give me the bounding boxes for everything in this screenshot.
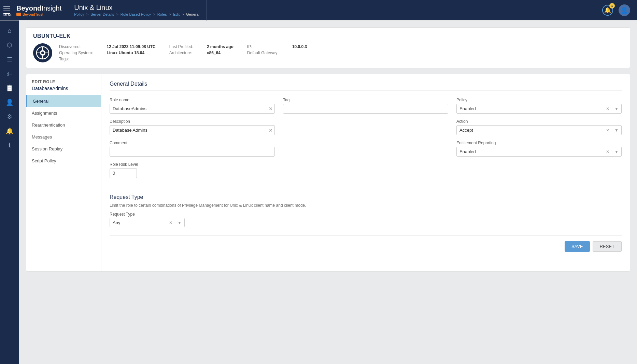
meta-discovered: Discovered: Operating System: Tags:: [59, 44, 93, 61]
policy-group: Policy Enabled ✕ | ▼: [456, 98, 622, 114]
server-name: UBUNTU-ELK: [33, 33, 623, 39]
sidebar-notifications[interactable]: 🔔: [3, 124, 16, 138]
request-type-section: Request Type Limit the role to certain c…: [110, 185, 622, 227]
svg-point-2: [41, 52, 44, 54]
user-avatar-icon: 👤: [621, 6, 628, 14]
request-type-label: Request Type: [110, 212, 622, 217]
edit-panel: EDIT ROLE DatabaseAdmins General Assignm…: [26, 74, 630, 272]
footer-actions: SAVE RESET: [110, 235, 622, 252]
brand-sub: BeyondTrust: [23, 13, 43, 16]
comment-group: Comment: [110, 141, 275, 157]
risk-input[interactable]: [110, 168, 137, 178]
nav-item-messages[interactable]: Messages: [26, 131, 101, 143]
brand-icon: [16, 13, 21, 16]
entitlement-clear-icon[interactable]: ✕: [606, 149, 609, 154]
sidebar-home[interactable]: ⌂: [3, 24, 16, 38]
action-label: Action: [456, 119, 622, 124]
tag-group: Tag: [283, 98, 448, 114]
sidebar-users[interactable]: 👤: [3, 96, 16, 109]
policy-value: Enabled: [459, 106, 476, 111]
save-button[interactable]: SAVE: [565, 241, 590, 252]
nav-item-session-replay[interactable]: Session Replay: [26, 143, 101, 155]
nav-item-assignments[interactable]: Assignments: [26, 107, 101, 119]
entitlement-label: Entitlement Reporting: [456, 141, 622, 145]
tag-input[interactable]: [283, 104, 448, 114]
notification-button[interactable]: 🔔 1: [602, 5, 613, 16]
description-label: Description: [110, 119, 275, 124]
menu-label: MENU: [3, 13, 10, 14]
general-details-title: General Details: [110, 81, 622, 91]
tag-label: Tag: [283, 98, 448, 102]
user-avatar-button[interactable]: 👤: [619, 4, 630, 16]
request-type-value: Any: [113, 220, 169, 225]
sidebar-list[interactable]: ☰: [3, 53, 16, 66]
risk-label: Role Risk Level: [110, 162, 622, 167]
entitlement-select[interactable]: Enabled ✕ | ▼: [456, 147, 622, 157]
notification-badge: 1: [609, 3, 615, 9]
sidebar-assets[interactable]: ⬡: [3, 38, 16, 52]
request-type-title: Request Type: [110, 194, 622, 200]
description-clear[interactable]: ✕: [269, 128, 273, 133]
nav-item-general[interactable]: General: [26, 95, 101, 107]
meta-profiled: Last Profiled: Architecture:: [169, 44, 193, 61]
server-info-card: UBUNTU-ELK Discovered:: [26, 27, 630, 68]
server-logo: [33, 43, 52, 62]
request-type-dropdown-icon[interactable]: ▼: [178, 220, 182, 225]
action-value: Accept: [459, 128, 473, 133]
entitlement-group: Entitlement Reporting Enabled ✕ | ▼: [456, 141, 622, 157]
policy-select[interactable]: Enabled ✕ | ▼: [456, 104, 622, 114]
left-nav: EDIT ROLE DatabaseAdmins General Assignm…: [26, 74, 101, 271]
request-type-clear-icon[interactable]: ✕: [169, 220, 172, 225]
request-type-group: Request Type Any ✕ | ▼: [110, 212, 622, 227]
role-name-label: DatabaseAdmins: [26, 86, 101, 95]
policy-clear-icon[interactable]: ✕: [606, 106, 609, 111]
description-group: Description ✕: [110, 119, 275, 135]
comment-label: Comment: [110, 141, 275, 145]
meta-profiled-values: 2 months ago x86_64: [207, 44, 233, 61]
sidebar-settings[interactable]: ⚙: [3, 110, 16, 123]
sidebar-badge[interactable]: 🏷: [3, 67, 16, 81]
action-select[interactable]: Accept ✕ | ▼: [456, 125, 622, 135]
sidebar-docs[interactable]: 📋: [3, 81, 16, 95]
role-name-clear[interactable]: ✕: [269, 106, 273, 112]
action-dropdown-icon[interactable]: ▼: [614, 128, 619, 133]
role-name-label-field: Role name: [110, 98, 275, 102]
policy-dropdown-icon[interactable]: ▼: [614, 106, 619, 111]
action-clear-icon[interactable]: ✕: [606, 128, 609, 133]
app-name: BeyondInsight: [16, 4, 61, 12]
right-content: General Details Role name ✕ Tag: [101, 74, 630, 271]
sidebar-info[interactable]: ℹ: [3, 139, 16, 152]
menu-button[interactable]: MENU: [0, 0, 14, 20]
risk-group: Role Risk Level: [110, 162, 622, 178]
sidebar: ⌂ ⬡ ☰ 🏷 📋 👤 ⚙ 🔔 ℹ: [0, 20, 19, 364]
description-input[interactable]: [110, 125, 275, 135]
action-group: Action Accept ✕ | ▼: [456, 119, 622, 135]
entitlement-value: Enabled: [459, 149, 476, 154]
reset-button[interactable]: RESET: [593, 241, 622, 252]
entitlement-dropdown-icon[interactable]: ▼: [614, 149, 619, 154]
meta-discovered-values: 12 Jul 2023 11:09:08 UTC Linux Ubuntu 18…: [107, 44, 155, 61]
policy-label: Policy: [456, 98, 622, 102]
role-name-input[interactable]: [110, 104, 275, 114]
request-type-select[interactable]: Any ✕ | ▼: [110, 218, 185, 227]
request-type-desc: Limit the role to certain combinations o…: [110, 203, 622, 208]
edit-role-title: EDIT ROLE: [26, 79, 101, 86]
window-title: Unix & Linux: [74, 4, 199, 12]
meta-ip: IP: Default Gateway:: [247, 44, 279, 61]
breadcrumb: Policy > Server Details > Role Based Pol…: [74, 12, 199, 16]
role-name-group: Role name ✕: [110, 98, 275, 114]
meta-ip-values: 10.0.0.3: [292, 44, 307, 61]
comment-input[interactable]: [110, 147, 275, 157]
nav-item-script-policy[interactable]: Script Policy: [26, 155, 101, 167]
nav-item-reauthentication[interactable]: Reauthentication: [26, 119, 101, 131]
